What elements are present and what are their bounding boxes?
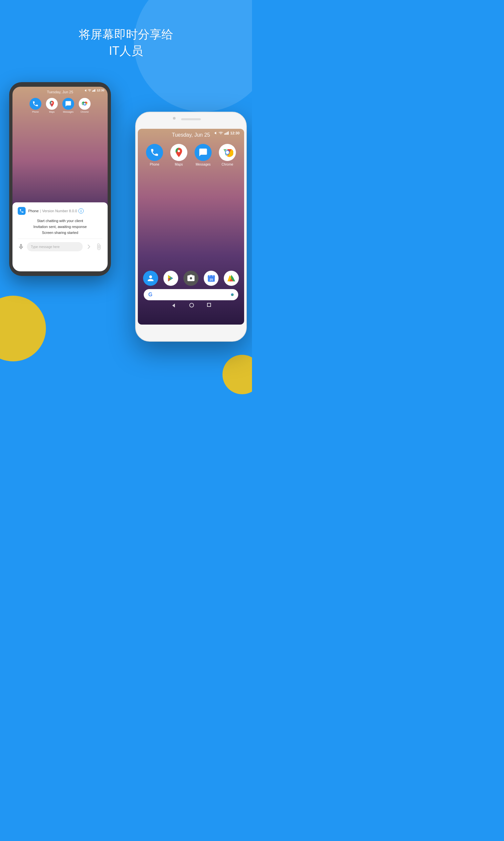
send-icon[interactable]	[85, 243, 92, 250]
right-phone-bottom: 25	[138, 271, 244, 311]
maps-icon-right	[173, 147, 184, 158]
app-item-chrome-right[interactable]: Chrome	[219, 144, 236, 166]
app-label-chrome-left: Chrome	[81, 111, 89, 113]
svg-marker-9	[214, 132, 216, 134]
left-app-row: Phone Maps	[13, 98, 108, 113]
statusbar-right: 12:30	[138, 129, 244, 137]
back-icon	[84, 89, 87, 92]
svg-rect-4	[94, 89, 95, 92]
chat-message-0: Start chatting with your client	[18, 219, 102, 223]
chat-app-name: Phone	[28, 209, 39, 213]
phone-right: 12:30 Tuesday, Jun 25 Phone	[135, 112, 247, 342]
signal-icon	[92, 89, 95, 92]
chat-message-1: Invitation sent, awaiting response	[18, 225, 102, 229]
app-label-messages-left: Messages	[63, 111, 73, 113]
google-g-logo-right: G	[148, 292, 152, 298]
title-line2: IT人员	[0, 43, 252, 59]
app-item-chrome-left[interactable]: Chrome	[79, 98, 91, 113]
left-phone-time: 12:30	[97, 89, 104, 92]
app-item-phone-right[interactable]: Phone	[146, 144, 163, 166]
phone-right-screen: 12:30 Tuesday, Jun 25 Phone	[138, 129, 244, 325]
svg-marker-35	[172, 304, 175, 308]
chrome-icon-right	[221, 147, 233, 158]
search-dot-right	[231, 293, 234, 296]
chat-app-icon	[18, 207, 25, 215]
chat-overlay: Phone | Version Number 8.0.0 i Start cha…	[13, 202, 108, 271]
chat-message-2: Screen sharing started	[18, 230, 102, 235]
chat-version: Version Number 8.0.0	[42, 209, 77, 213]
app-item-phone-left[interactable]: Phone	[30, 98, 41, 113]
phone-icon	[32, 101, 39, 107]
chat-input-field[interactable]: Type message here	[27, 242, 83, 251]
svg-rect-3	[94, 90, 94, 92]
app-item-maps-left[interactable]: Maps	[46, 98, 58, 113]
svg-rect-11	[226, 133, 227, 135]
svg-marker-0	[85, 89, 86, 92]
title-section: 将屏幕即时分享给 IT人员	[0, 26, 252, 59]
back-icon-right	[213, 132, 217, 135]
contacts-icon-right	[146, 274, 155, 282]
camera-icon-right	[187, 274, 195, 282]
messages-icon	[65, 101, 72, 107]
right-phone-time: 12:30	[230, 131, 239, 135]
dock-play-right[interactable]	[163, 271, 179, 286]
chat-info-icon[interactable]: i	[78, 208, 84, 213]
mic-icon[interactable]	[18, 243, 24, 250]
svg-text:25: 25	[209, 278, 213, 281]
title-line1: 将屏幕即时分享给	[0, 26, 252, 43]
chat-messages: Start chatting with your client Invitati…	[18, 219, 102, 235]
chat-input-placeholder: Type message here	[31, 245, 60, 249]
svg-point-17	[226, 151, 229, 154]
signal-icon-right	[224, 132, 229, 135]
dock-contacts-right[interactable]	[143, 271, 158, 286]
right-app-row: Phone Maps	[138, 144, 244, 166]
nav-home-right[interactable]	[189, 303, 194, 308]
svg-rect-1	[92, 91, 93, 92]
app-item-messages-right[interactable]: Messages	[195, 144, 212, 166]
dock-camera-right[interactable]	[183, 271, 199, 286]
wifi-icon-right	[218, 132, 223, 135]
app-label-phone-left: Phone	[32, 111, 39, 113]
phone-left: 12:30 Tuesday, Jun 25 Phone	[9, 82, 111, 276]
nav-recents-right[interactable]	[207, 303, 211, 307]
maps-icon	[48, 100, 55, 107]
phone-camera	[173, 117, 176, 120]
chrome-icon	[80, 100, 89, 108]
app-item-messages-left[interactable]: Messages	[62, 98, 74, 113]
chat-input-bar: Type message here	[18, 239, 102, 251]
phone-icon-right	[150, 148, 159, 157]
app-item-maps-right[interactable]: Maps	[170, 144, 187, 166]
app-label-maps-right: Maps	[175, 162, 183, 166]
phones-container: 12:30 Tuesday, Jun 25 Phone	[0, 72, 252, 420]
right-dock-row: 25	[138, 271, 244, 286]
svg-rect-10	[224, 133, 226, 135]
messages-icon-right	[199, 148, 208, 157]
svg-point-8	[84, 103, 86, 105]
svg-point-5	[51, 102, 53, 104]
svg-rect-12	[227, 132, 228, 135]
svg-rect-13	[228, 132, 229, 135]
svg-point-14	[178, 150, 180, 152]
attach-icon[interactable]	[95, 243, 102, 250]
wifi-icon	[88, 89, 91, 92]
app-label-phone-right: Phone	[150, 162, 160, 166]
app-label-chrome-right: Chrome	[221, 162, 233, 166]
chat-header: Phone | Version Number 8.0.0 i	[18, 207, 102, 215]
phone-earpiece	[181, 118, 201, 120]
statusbar-left: 12:30	[13, 87, 108, 94]
app-label-maps-left: Maps	[49, 111, 54, 113]
nav-bar-right	[138, 300, 244, 311]
search-bar-right[interactable]: G	[144, 289, 238, 300]
dock-drive-right[interactable]	[224, 271, 239, 286]
dock-calendar-right[interactable]: 25	[204, 271, 219, 286]
play-store-icon-right	[166, 274, 175, 282]
drive-icon-right	[227, 274, 236, 283]
calendar-icon-right: 25	[207, 274, 216, 283]
phone-left-screen: 12:30 Tuesday, Jun 25 Phone	[13, 87, 108, 271]
nav-back-right[interactable]	[171, 303, 176, 308]
svg-rect-2	[93, 90, 93, 92]
app-label-messages-right: Messages	[196, 162, 211, 166]
